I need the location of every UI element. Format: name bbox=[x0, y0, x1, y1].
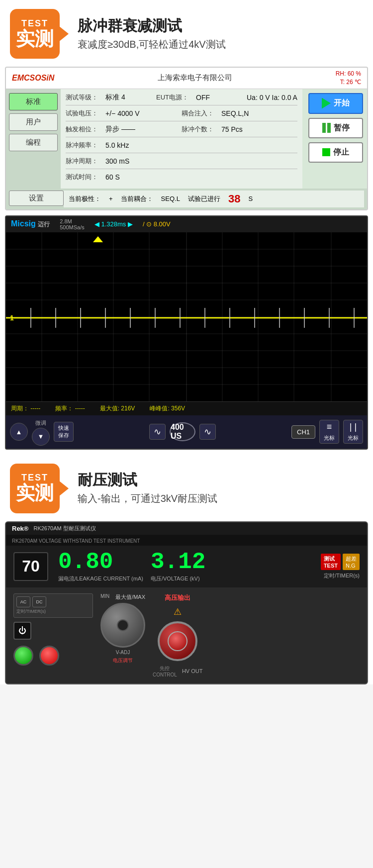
badge-en-2: TEST bbox=[21, 473, 48, 483]
panel-row-5: 脉冲周期： 300 mS bbox=[66, 157, 297, 169]
osc-finetune-label: 微调 bbox=[32, 418, 49, 428]
panel-bottom-left: 设置 bbox=[9, 191, 64, 207]
vt-green-btn[interactable] bbox=[13, 646, 33, 666]
row1-label2: EUT电源： bbox=[156, 93, 196, 102]
row3-label: 触发相位： bbox=[66, 125, 105, 134]
vt-model-en: RK2670AM VOLTAGE WITHSTAND TEST INSTRUME… bbox=[12, 538, 140, 544]
row1-value3: Ua: 0 V Ia: 0.0 A bbox=[247, 94, 297, 101]
panel-company: 上海索幸电子有限公司 bbox=[158, 73, 232, 83]
vt-bottom: AC DC 定时/TIMER(s) ⏻ MIN 最大值/MAX bbox=[6, 587, 367, 683]
btn-program[interactable]: 编程 bbox=[9, 134, 58, 151]
row2-label: 试验电压： bbox=[66, 109, 105, 118]
vt-red-btn[interactable] bbox=[39, 646, 59, 666]
oscilloscope: Micsig 迈行 2.8M 500MSa/s ◀ 1.328ms ▶ / ⊙ … bbox=[5, 215, 368, 450]
badge-zh-2: 实测 bbox=[16, 483, 54, 504]
vt-switch-1[interactable]: AC bbox=[16, 596, 30, 607]
vt-switch-2[interactable]: DC bbox=[32, 596, 46, 607]
power-icon: ⏻ bbox=[18, 626, 26, 635]
btn-pause[interactable]: 暂停 bbox=[308, 118, 363, 138]
vt-timer-box: 70 bbox=[13, 552, 48, 581]
section2-title: 耐压测试 bbox=[78, 471, 363, 489]
vt-power-switch[interactable]: ⏻ bbox=[13, 622, 31, 640]
row8-label: 试验已进行 bbox=[188, 194, 220, 203]
osc-cursor1-btn[interactable]: ≡ 光标 bbox=[319, 420, 339, 444]
osc-controls: ▲ 微调 ▼ 快速 保存 ∿ 400 US ∿ CH1 ≡ 光标 | | 光标 bbox=[6, 415, 367, 449]
vt-min-max-label: MIN 最大值/MAX bbox=[100, 593, 145, 601]
panel-row-1: 测试等级： 标准 4 EUT电源： OFF Ua: 0 V Ia: 0.0 A bbox=[66, 93, 297, 105]
osc-stat-max: 最大值: 216V bbox=[100, 404, 135, 413]
page-wrapper: TEST 实测 脉冲群衰减测试 衰减度≥30dB,可轻松通过4kV测试 EMCS… bbox=[0, 0, 373, 684]
osc-ch1-btn[interactable]: CH1 bbox=[291, 425, 315, 439]
vt-test-lamp: 测试 TEST bbox=[321, 554, 341, 570]
panel-row-6: 测试时间： 60 S bbox=[66, 173, 297, 185]
panel-bottom: 设置 当前极性： + 当前耦合： SEQ.L 试验已进行 38 S bbox=[6, 189, 367, 209]
row5-value: 300 mS bbox=[105, 157, 297, 165]
vt-ng-lamp: 超差 N.G bbox=[343, 554, 360, 570]
vt-right-panel: 测试 TEST 超差 N.G 定时/TIMER(s) bbox=[321, 554, 360, 579]
pause-icon bbox=[322, 123, 331, 133]
btn-stop[interactable]: 停止 bbox=[308, 142, 363, 163]
section1-title: 脉冲群衰减测试 bbox=[78, 17, 363, 35]
vt-model: RK2670AM 型耐压测试仪 bbox=[33, 525, 95, 532]
btn-standard[interactable]: 标准 bbox=[9, 93, 58, 110]
btn-settings[interactable]: 设置 bbox=[9, 191, 64, 206]
osc-btn-fastsave[interactable]: 快速 保存 bbox=[54, 422, 74, 442]
section1-subtitle: 衰减度≥30dB,可轻松通过4kV测试 bbox=[78, 38, 363, 51]
row4-value: 5.0 kHz bbox=[105, 141, 297, 149]
osc-param-time: ◀ 1.328ms ▶ bbox=[94, 220, 133, 228]
osc-cursor2-btn[interactable]: | | 光标 bbox=[343, 420, 363, 444]
vt-lamps: 测试 TEST 超差 N.G bbox=[321, 554, 360, 570]
row7-value2: SEQ.L bbox=[161, 195, 180, 202]
vt-hv-out-label: HV OUT bbox=[182, 668, 203, 674]
row2-label2: 耦合注入： bbox=[182, 109, 221, 118]
row3-value2: 75 Pcs bbox=[221, 125, 297, 133]
badge-en-1: TEST bbox=[21, 18, 48, 29]
panel-left-btns: 标准 用户 编程 bbox=[6, 89, 61, 189]
btn-start[interactable]: 开始 bbox=[308, 93, 363, 114]
osc-freq-display: 400 US bbox=[170, 422, 195, 441]
osc-btn-down[interactable]: ▼ bbox=[32, 428, 50, 446]
row1-value2: OFF bbox=[196, 94, 247, 101]
osc-svg: 1 bbox=[6, 232, 367, 401]
vt-hv-knob[interactable] bbox=[158, 621, 197, 661]
section1-header: TEST 实测 脉冲群衰减测试 衰减度≥30dB,可轻松通过4kV测试 bbox=[0, 0, 373, 65]
test-badge-2: TEST 实测 bbox=[10, 464, 60, 513]
section2-header: TEST 实测 耐压测试 输入-输出，可通过3kV耐压测试 bbox=[0, 455, 373, 519]
osc-sine-right[interactable]: ∿ bbox=[199, 424, 216, 440]
row3-label2: 脉冲个数： bbox=[182, 125, 221, 134]
panel-env: RH: 60 % T: 26 ℃ bbox=[336, 70, 361, 87]
row6-label: 测试时间： bbox=[66, 173, 105, 182]
vt-timer-sublabel: 定时/TIMER(s) bbox=[324, 572, 360, 579]
osc-finetune-group: 微调 ▼ bbox=[32, 418, 50, 446]
vt-knob-sublabel: 电压调节 bbox=[113, 657, 133, 664]
stop-icon bbox=[322, 148, 330, 156]
vt-small-panel: AC DC 定时/TIMER(s) bbox=[13, 593, 93, 618]
vt-remote-hv: 先控CONTROL HV OUT bbox=[153, 665, 202, 677]
osc-sine-left[interactable]: ∿ bbox=[149, 424, 166, 440]
vt-remote-label: 先控CONTROL bbox=[153, 665, 177, 677]
vt-hv-label: 高压输出 bbox=[165, 593, 190, 602]
osc-stat-period: 周期： ----- bbox=[11, 404, 40, 413]
vt-voltage-knob[interactable] bbox=[100, 603, 145, 648]
vt-model-en-bar: RK2670AM VOLTAGE WITHSTAND TEST INSTRUME… bbox=[6, 535, 367, 546]
osc-brand: Micsig 迈行 bbox=[11, 219, 50, 229]
vt-display-area: 70 0.80 漏电流/LEAKAGE CURRENT (mA) 3.12 电压… bbox=[6, 546, 367, 587]
start-icon bbox=[322, 98, 331, 109]
vt-top-bar: Rek® RK2670AM 型耐压测试仪 bbox=[6, 522, 367, 535]
osc-btn-up[interactable]: ▲ bbox=[10, 423, 28, 441]
vt-voltage-label: 电压/VOLTAGE (kV) bbox=[151, 575, 200, 582]
vt-warning-icon: ⚠ bbox=[174, 606, 182, 617]
svg-marker-34 bbox=[93, 236, 103, 242]
osc-param-samplerate: 2.8M 500MSa/s bbox=[60, 218, 85, 230]
voltage-tester: Rek® RK2670AM 型耐压测试仪 RK2670AM VOLTAGE WI… bbox=[5, 521, 368, 684]
btn-user[interactable]: 用户 bbox=[9, 113, 58, 131]
panel-row-3: 触发相位： 异步 —— 脉冲个数： 75 Pcs bbox=[66, 125, 297, 137]
section2-text: 耐压测试 输入-输出，可通过3kV耐压测试 bbox=[78, 471, 363, 505]
osc-param-volt: / ⊙ 8.00V bbox=[143, 220, 171, 228]
panel-body: 标准 用户 编程 测试等级： 标准 4 EUT电源： OFF Ua: 0 V I… bbox=[6, 89, 367, 189]
panel-main: 测试等级： 标准 4 EUT电源： OFF Ua: 0 V Ia: 0.0 A … bbox=[61, 89, 302, 189]
vt-hv-knob-inner bbox=[168, 631, 187, 651]
row1-value: 标准 4 bbox=[105, 93, 156, 102]
row8-value: 38 bbox=[228, 193, 240, 205]
vt-brand: Rek® bbox=[12, 525, 28, 532]
